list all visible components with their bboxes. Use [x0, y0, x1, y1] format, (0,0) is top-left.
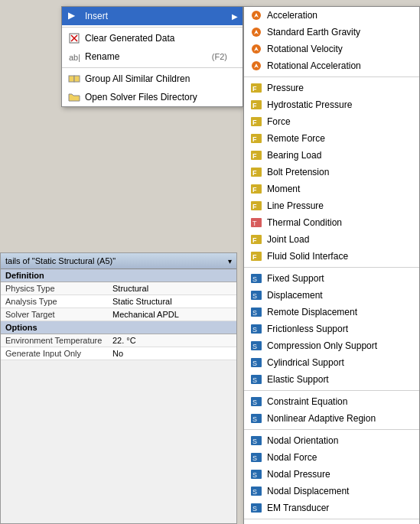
frictionless-support-label: Frictionless Support	[267, 324, 348, 334]
insert-arrow-icon: ▶	[232, 12, 238, 21]
menu-item-group[interactable]: Group All Similar Children	[62, 70, 243, 88]
bolt-pretension-icon: F	[250, 166, 262, 178]
submenu-item-hydrostatic-pressure[interactable]: FHydrostatic Pressure	[244, 96, 419, 113]
pressure-label: Pressure	[267, 83, 304, 93]
submenu-item-displacement[interactable]: SDisplacement	[244, 287, 419, 304]
svg-text:S: S	[252, 343, 257, 350]
submenu-item-remote-displacement[interactable]: SRemote Displacement	[244, 304, 419, 321]
submenu-item-cylindrical-support[interactable]: SCylindrical Support	[244, 354, 419, 371]
menu-item-insert-label: Insert	[85, 11, 108, 21]
remote-displacement-icon: S	[250, 306, 262, 318]
submenu-item-bolt-pretension[interactable]: FBolt Pretension	[244, 164, 419, 181]
svg-text:F: F	[252, 119, 257, 126]
submenu-item-nodal-force[interactable]: SNodal Force	[244, 449, 419, 466]
submenu-item-thermal-condition[interactable]: TThermal Condition	[244, 214, 419, 231]
bearing-load-icon: F	[250, 149, 262, 161]
svg-text:S: S	[252, 376, 257, 384]
menu-item-insert[interactable]: ▶ Insert ▶	[62, 7, 243, 25]
svg-text:F: F	[252, 203, 257, 210]
rename-shortcut: (F2)	[197, 52, 227, 61]
submenu-item-pressure[interactable]: FPressure	[244, 80, 419, 96]
rotational-velocity-label: Rotational Velocity	[267, 44, 343, 54]
clear-icon	[68, 32, 80, 44]
pin-button[interactable]: ▾	[228, 257, 232, 265]
submenu-item-standard-earth-gravity[interactable]: Standard Earth Gravity	[244, 24, 419, 41]
row-value: 22. °C	[108, 334, 236, 347]
thermal-condition-label: Thermal Condition	[267, 217, 342, 228]
row-value: Mechanical APDL	[108, 308, 236, 321]
nodal-displacement-label: Nodal Displacement	[267, 486, 349, 496]
submenu-item-acceleration[interactable]: Acceleration	[244, 7, 419, 24]
elastic-support-icon: S	[250, 373, 262, 386]
compression-only-support-label: Compression Only Support	[267, 340, 377, 351]
svg-text:F: F	[252, 236, 257, 244]
displacement-label: Displacement	[267, 290, 323, 301]
nonlinear-adaptive-region-label: Nonlinear Adaptive Region	[267, 413, 376, 424]
submenu-item-joint-load[interactable]: FJoint Load	[244, 231, 419, 248]
svg-text:S: S	[252, 471, 257, 479]
remote-force-icon: F	[250, 132, 262, 145]
submenu-sep-5	[244, 519, 419, 519]
svg-text:T: T	[252, 220, 257, 227]
rotational-acceleration-label: Rotational Acceleration	[267, 60, 361, 71]
submenu-item-moment[interactable]: FMoment	[244, 181, 419, 197]
submenu-item-nodal-displacement[interactable]: SNodal Displacement	[244, 483, 419, 500]
insert-icon: ▶	[68, 10, 80, 22]
svg-text:S: S	[252, 292, 257, 300]
table-row: Physics TypeStructural	[1, 282, 236, 295]
force-icon: F	[250, 116, 262, 128]
svg-rect-4	[69, 76, 74, 82]
submenu-item-elastic-support[interactable]: SElastic Support	[244, 371, 419, 388]
nodal-pressure-icon: S	[250, 468, 262, 480]
menu-sep-1	[62, 27, 243, 28]
svg-text:F: F	[252, 85, 257, 93]
submenu-item-constraint-equation[interactable]: SConstraint Equation	[244, 393, 419, 410]
folder-icon	[68, 91, 80, 103]
svg-text:S: S	[252, 454, 257, 462]
table-row: Generate Input OnlyNo	[1, 347, 236, 360]
line-pressure-icon: F	[250, 200, 262, 212]
submenu-item-fluid-solid-interface[interactable]: FFluid Solid Interface	[244, 248, 419, 265]
table-row: Analysis TypeStatic Structural	[1, 295, 236, 308]
displacement-icon: S	[250, 289, 262, 301]
line-pressure-label: Line Pressure	[267, 200, 324, 211]
nodal-pressure-label: Nodal Pressure	[267, 469, 330, 480]
submenu-item-nodal-orientation[interactable]: SNodal Orientation	[244, 432, 419, 449]
menu-item-group-label: Group All Similar Children	[85, 73, 190, 84]
submenu-item-em-transducer[interactable]: SEM Transducer	[244, 500, 419, 516]
submenu-item-compression-only-support[interactable]: SCompression Only Support	[244, 337, 419, 354]
submenu-item-force[interactable]: FForce	[244, 113, 419, 130]
remote-force-label: Remote Force	[267, 133, 325, 144]
menu-item-open-solver[interactable]: Open Solver Files Directory	[62, 88, 243, 106]
submenu-item-rotational-velocity[interactable]: Rotational Velocity	[244, 41, 419, 57]
fixed-support-icon: S	[250, 272, 262, 285]
svg-text:ab|: ab|	[69, 53, 80, 62]
submenu-item-line-pressure[interactable]: FLine Pressure	[244, 197, 419, 214]
submenu-right: AccelerationStandard Earth GravityRotati…	[243, 6, 420, 524]
rotational-velocity-icon	[250, 43, 262, 55]
submenu-item-nonlinear-adaptive-region[interactable]: SNonlinear Adaptive Region	[244, 410, 419, 427]
submenu-item-remote-force[interactable]: FRemote Force	[244, 130, 419, 147]
svg-text:S: S	[252, 326, 257, 334]
section-header-definition: Definition	[1, 269, 236, 282]
nonlinear-adaptive-region-icon: S	[250, 412, 262, 425]
submenu-sep-4	[244, 429, 419, 430]
moment-label: Moment	[267, 184, 300, 194]
submenu-sep-2	[244, 267, 419, 268]
submenu-item-frictionless-support[interactable]: SFrictionless Support	[244, 321, 419, 337]
acceleration-icon	[250, 9, 262, 21]
svg-text:S: S	[252, 275, 257, 283]
submenu-item-bearing-load[interactable]: FBearing Load	[244, 147, 419, 164]
menu-item-rename[interactable]: ab| Rename (F2)	[62, 47, 243, 66]
pressure-icon: F	[250, 82, 262, 94]
submenu-item-rotational-acceleration[interactable]: Rotational Acceleration	[244, 57, 419, 74]
moment-icon: F	[250, 183, 262, 195]
submenu-item-fixed-support[interactable]: SFixed Support	[244, 270, 419, 287]
section-header-options: Options	[1, 321, 236, 334]
row-label: Solver Target	[1, 308, 108, 321]
submenu-item-nodal-pressure[interactable]: SNodal Pressure	[244, 466, 419, 483]
standard-earth-gravity-icon	[250, 26, 262, 38]
submenu-sep-3	[244, 390, 419, 391]
menu-item-clear[interactable]: Clear Generated Data	[62, 29, 243, 47]
details-panel: tails of "Static Structural (A5)" ▾ Defi…	[0, 252, 237, 524]
